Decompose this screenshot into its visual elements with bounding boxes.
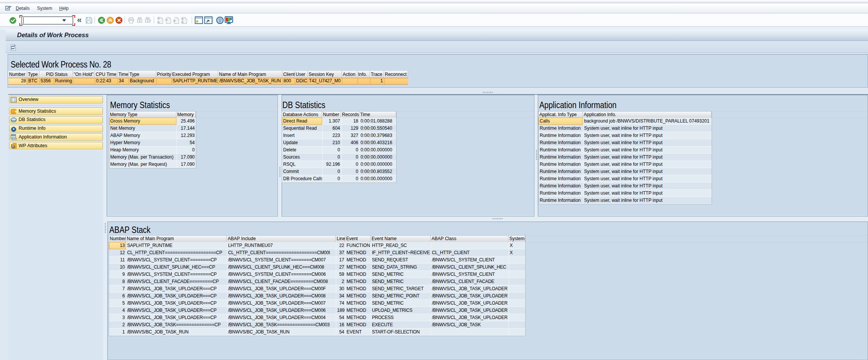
svg-text:?: ? (218, 17, 221, 23)
